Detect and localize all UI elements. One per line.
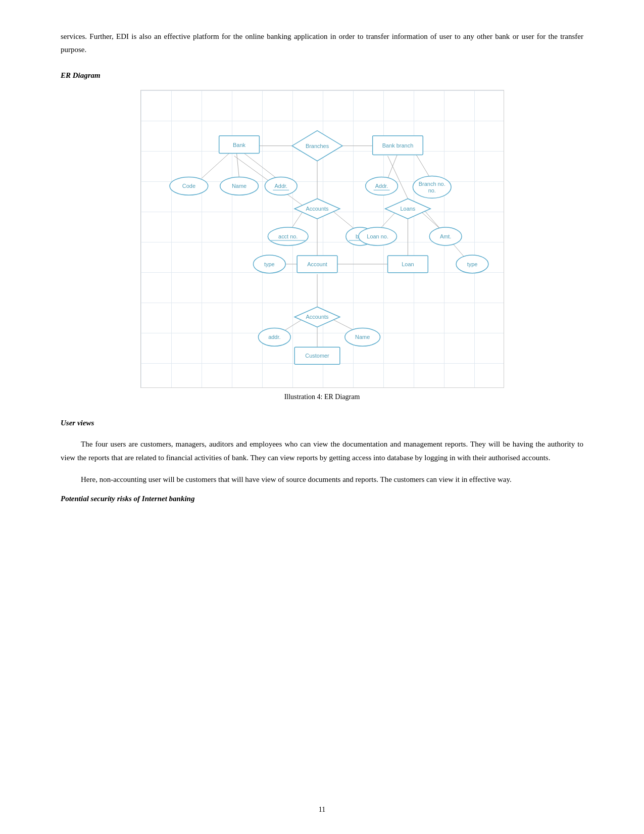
branch-no-label: Branch no. <box>418 181 445 187</box>
accounts-bottom-label: Accounts <box>306 314 329 320</box>
bank-branch-label: Bank branch <box>382 142 413 149</box>
loans-label: Loans <box>400 206 415 212</box>
name-bank-label: Name <box>231 183 246 189</box>
type-left-label: type <box>264 261 275 267</box>
branches-label: Branches <box>305 143 329 149</box>
svg-text:no.: no. <box>428 187 435 193</box>
bank-label: Bank <box>233 142 245 148</box>
svg-line-3 <box>236 154 239 179</box>
er-diagram-container: Bank Branches Bank branch Code Name Addr… <box>140 90 504 388</box>
acct-no-label: acct no. <box>278 233 298 239</box>
svg-line-7 <box>415 154 430 179</box>
addr-bottom-label: addr. <box>268 334 280 340</box>
addr-bank-label: Addr. <box>274 183 287 189</box>
er-diagram-title: ER Diagram <box>61 71 583 80</box>
svg-line-10 <box>329 209 357 231</box>
user-views-para1: The four users are customers, managers, … <box>61 437 583 465</box>
customer-label: Customer <box>305 353 329 359</box>
svg-line-6 <box>387 154 398 179</box>
page: services. Further, EDI is also an effect… <box>0 0 644 834</box>
diagram-caption: Illustration 4: ER Diagram <box>61 393 583 401</box>
page-number: 11 <box>0 806 644 814</box>
account-label: Account <box>307 261 327 267</box>
code-label: Code <box>182 183 195 189</box>
svg-line-2 <box>201 154 229 179</box>
amt-label: Amt. <box>439 233 451 239</box>
loan-label: Loan <box>402 261 414 267</box>
intro-paragraph: services. Further, EDI is also an effect… <box>61 30 583 56</box>
security-title: Potential security risks of Internet ban… <box>61 495 583 503</box>
addr-branch-label: Addr. <box>375 183 388 189</box>
name-bottom-label: Name <box>355 334 370 340</box>
accounts-top-label: Accounts <box>306 206 329 212</box>
user-views-para2: Here, non-accounting user will be custom… <box>61 473 583 486</box>
user-views-title: User views <box>61 419 583 427</box>
loan-no-label: Loan no. <box>367 233 388 239</box>
type-right-label: type <box>467 261 477 267</box>
